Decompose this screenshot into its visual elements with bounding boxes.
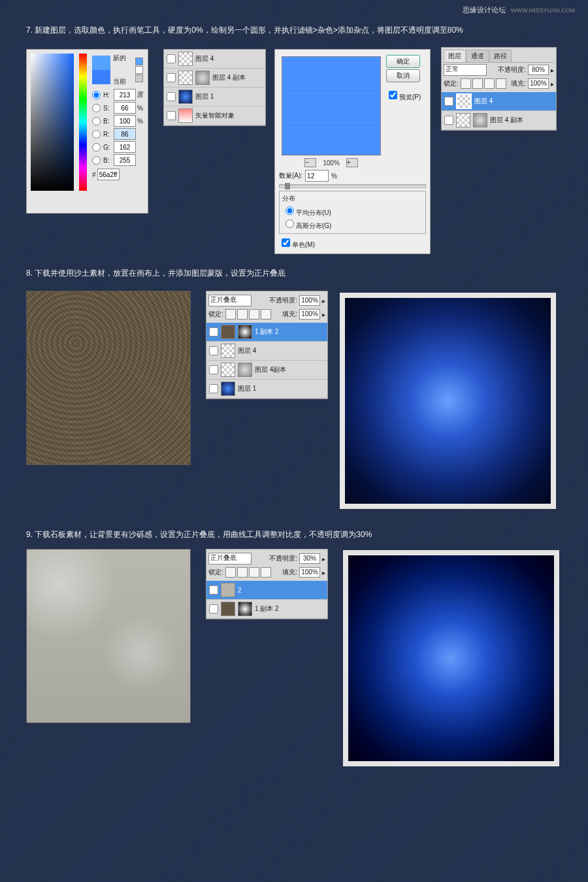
- g-input[interactable]: [114, 141, 136, 153]
- fill-input[interactable]: 100%: [299, 309, 320, 319]
- bl-input[interactable]: [114, 154, 136, 166]
- color-picker: 新的 当前 H:度 S:% B:% R: G: B: #: [26, 49, 148, 214]
- layer-row[interactable]: 矢量智能对象: [164, 106, 265, 125]
- opacity-input[interactable]: 100%: [299, 295, 320, 306]
- bl-radio[interactable]: [92, 156, 101, 165]
- tab-paths[interactable]: 路径: [489, 50, 512, 62]
- lock-icon[interactable]: [249, 309, 259, 319]
- lock-move-icon[interactable]: [484, 78, 495, 89]
- visibility-icon[interactable]: [209, 585, 218, 595]
- watermark-title: 思缘设计论坛: [463, 6, 506, 14]
- layers-panel-9: 正片叠底不透明度:30%▸ 锁定:填充:100%▸ 2 1 副本 2: [206, 549, 328, 619]
- result-preview-9: [343, 550, 559, 766]
- opacity-input[interactable]: 80%: [528, 65, 549, 75]
- lock-icon[interactable]: [261, 309, 271, 319]
- rock-texture-image: [26, 549, 191, 723]
- layer-row[interactable]: 图层 4 副本: [164, 69, 265, 88]
- layer-row[interactable]: 1 副本 2: [206, 323, 327, 342]
- step7-text: 7. 新建图层，选取颜色，执行画笔工具，硬度为0%，绘制另一个圆形，并执行滤镜>…: [26, 25, 562, 36]
- tab-layers[interactable]: 图层: [444, 50, 466, 62]
- g-radio[interactable]: [92, 143, 101, 152]
- s-radio[interactable]: [92, 104, 101, 112]
- swatch-icon: [135, 74, 143, 82]
- soil-texture-image: [26, 291, 191, 465]
- layer-row[interactable]: 图层 4: [164, 50, 265, 69]
- opacity-input[interactable]: 30%: [299, 553, 320, 564]
- step9-text: 9. 下载石板素材，让背景更有沙砾感，设置为正片叠底，用曲线工具调整对比度，不透…: [26, 529, 562, 540]
- mono-checkbox[interactable]: [282, 238, 290, 247]
- ok-button[interactable]: 确定: [386, 55, 420, 68]
- noise-preview: [282, 56, 381, 155]
- visibility-icon[interactable]: [167, 92, 176, 101]
- visibility-icon[interactable]: [444, 116, 453, 125]
- fx-thumb: [195, 71, 210, 85]
- amount-slider[interactable]: [279, 184, 426, 188]
- visibility-icon[interactable]: [209, 327, 218, 336]
- cancel-button[interactable]: 取消: [386, 69, 420, 82]
- current-color-swatch: [92, 70, 110, 84]
- lock-transparent-icon[interactable]: [461, 78, 471, 89]
- new-label: 新的: [113, 54, 126, 63]
- r-radio[interactable]: [92, 130, 101, 139]
- lock-icon[interactable]: [225, 309, 236, 319]
- lock-icon[interactable]: [237, 567, 248, 578]
- lock-icon[interactable]: [237, 309, 248, 319]
- zoom-out-button[interactable]: −: [304, 158, 316, 167]
- visibility-icon[interactable]: [167, 73, 176, 82]
- layer-thumb: [221, 363, 235, 377]
- zoom-in-button[interactable]: +: [346, 158, 358, 167]
- amount-input[interactable]: [305, 170, 329, 182]
- fill-input[interactable]: 100%: [528, 78, 549, 89]
- watermark: 思缘设计论坛 WWW.MISSYUAN.COM: [463, 5, 575, 15]
- visibility-icon[interactable]: [167, 54, 176, 63]
- lock-icon[interactable]: [249, 567, 259, 578]
- layer-row[interactable]: 图层 4: [442, 92, 556, 111]
- layer-row[interactable]: 图层 4: [206, 342, 327, 361]
- hex-input[interactable]: [97, 169, 120, 180]
- visibility-icon[interactable]: [209, 604, 218, 613]
- fx-thumb: [238, 363, 252, 377]
- layer-thumb: [221, 325, 235, 339]
- layer-row[interactable]: 1 副本 2: [206, 600, 327, 619]
- layer-row[interactable]: 图层 4 副本: [442, 111, 556, 130]
- preview-checkbox[interactable]: [389, 91, 397, 99]
- uniform-radio[interactable]: [286, 206, 294, 215]
- layer-row[interactable]: 图层 4副本: [206, 361, 327, 380]
- layers-panel-7b: 图层 通道 路径 正常不透明度:80%▸ 锁定:填充:100%▸ 图层 4 图层…: [441, 47, 557, 131]
- lock-paint-icon[interactable]: [472, 78, 483, 89]
- layer-thumb: [178, 108, 193, 123]
- layer-row[interactable]: 图层 1: [164, 88, 265, 106]
- layer-row[interactable]: 2: [206, 581, 327, 600]
- b-input[interactable]: [114, 115, 136, 127]
- layer-thumb: [221, 602, 235, 616]
- layer-thumb: [456, 93, 472, 109]
- b-radio[interactable]: [92, 117, 101, 125]
- s-input[interactable]: [114, 102, 136, 114]
- fill-input[interactable]: 100%: [299, 567, 320, 578]
- blend-mode-select[interactable]: 正片叠底: [208, 295, 252, 306]
- h-input[interactable]: [114, 89, 136, 101]
- swatch-icon: [135, 57, 143, 65]
- saturation-field[interactable]: [31, 54, 74, 191]
- h-radio[interactable]: [92, 91, 101, 99]
- visibility-icon[interactable]: [167, 111, 176, 120]
- r-input[interactable]: [114, 128, 136, 140]
- tab-channels[interactable]: 通道: [466, 50, 489, 62]
- layers-panel-8: 正片叠底不透明度:100%▸ 锁定:填充:100%▸ 1 副本 2 图层 4 图…: [206, 291, 328, 399]
- fx-thumb: [473, 113, 487, 127]
- blend-mode-select[interactable]: 正片叠底: [208, 553, 252, 564]
- blend-mode-select[interactable]: 正常: [444, 64, 487, 76]
- mask-thumb: [238, 602, 252, 616]
- visibility-icon[interactable]: [444, 97, 453, 106]
- layer-row[interactable]: 图层 1: [206, 380, 327, 399]
- lock-all-icon[interactable]: [496, 78, 506, 89]
- hue-slider[interactable]: [79, 54, 87, 191]
- watermark-url: WWW.MISSYUAN.COM: [511, 7, 575, 14]
- lock-icon[interactable]: [225, 567, 236, 578]
- lock-icon[interactable]: [261, 567, 271, 578]
- gaussian-radio[interactable]: [286, 220, 294, 228]
- visibility-icon[interactable]: [209, 365, 218, 374]
- visibility-icon[interactable]: [209, 346, 218, 355]
- visibility-icon[interactable]: [209, 384, 218, 393]
- layer-thumb: [221, 382, 235, 396]
